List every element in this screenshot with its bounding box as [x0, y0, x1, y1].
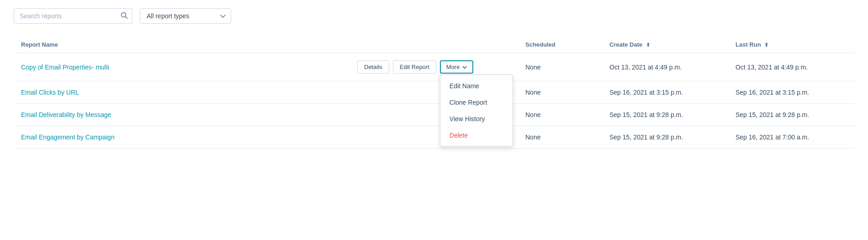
scheduled-cell: None	[518, 81, 602, 104]
scheduled-cell: None	[518, 104, 602, 126]
table-row: Email Deliverability by MessageNoneSep 1…	[14, 104, 854, 126]
more-dropdown-menu: Edit NameClone ReportView HistoryDelete	[440, 75, 513, 147]
col-header-scheduled: Scheduled	[518, 37, 602, 53]
dropdown-item-view-history[interactable]: View History	[440, 111, 513, 127]
dropdown-item-clone-report[interactable]: Clone Report	[440, 94, 513, 111]
lastrun-cell: Sep 16, 2021 at 7:00 a.m.	[728, 126, 854, 149]
report-name-link[interactable]: Email Deliverability by Message	[21, 111, 111, 118]
col-header-createdate[interactable]: Create Date ⬆	[602, 37, 728, 53]
dropdown-item-delete[interactable]: Delete	[440, 127, 513, 144]
report-name-link[interactable]: Copy of Email Properties- multi	[21, 64, 109, 71]
table-row: Email Clicks by URLNoneSep 16, 2021 at 3…	[14, 81, 854, 104]
scheduled-cell: None	[518, 126, 602, 149]
report-name-link[interactable]: Email Engagement by Campaign	[21, 133, 115, 141]
createdate-cell: Sep 15, 2021 at 9:28 p.m.	[602, 104, 728, 126]
more-chevron-icon	[462, 64, 467, 70]
edit-report-button[interactable]: Edit Report	[393, 60, 436, 74]
col-header-actions	[350, 37, 518, 53]
createdate-cell: Sep 15, 2021 at 9:28 p.m.	[602, 126, 728, 149]
filter-select-wrapper: All report typesEmailContactDealCompany	[140, 8, 231, 24]
toolbar: All report typesEmailContactDealCompany	[14, 8, 854, 24]
scheduled-cell: None	[518, 53, 602, 81]
table-row: Email Engagement by CampaignNoneSep 15, …	[14, 126, 854, 149]
createdate-sort-icon: ⬆	[646, 42, 650, 48]
more-dropdown-container: More Edit NameClone ReportView HistoryDe…	[440, 60, 474, 74]
lastrun-sort-icon: ⬆	[764, 42, 768, 48]
table-row: Copy of Email Properties- multiDetailsEd…	[14, 53, 854, 81]
lastrun-cell: Oct 13, 2021 at 4:49 p.m.	[728, 53, 854, 81]
more-label: More	[446, 64, 460, 70]
details-button[interactable]: Details	[357, 60, 389, 74]
createdate-cell: Sep 16, 2021 at 3:15 p.m.	[602, 81, 728, 104]
reports-table: Report Name Scheduled Create Date ⬆ Last…	[14, 37, 854, 149]
report-type-filter[interactable]: All report typesEmailContactDealCompany	[140, 8, 231, 24]
col-header-name: Report Name	[14, 37, 350, 53]
lastrun-cell: Sep 16, 2021 at 3:15 p.m.	[728, 81, 854, 104]
dropdown-item-edit-name[interactable]: Edit Name	[440, 78, 513, 94]
search-container	[14, 8, 132, 24]
lastrun-cell: Sep 15, 2021 at 9:28 p.m.	[728, 104, 854, 126]
col-header-lastrun[interactable]: Last Run ⬆	[728, 37, 854, 53]
action-buttons-group: DetailsEdit ReportMore Edit NameClone Re…	[357, 60, 511, 74]
report-name-link[interactable]: Email Clicks by URL	[21, 89, 79, 96]
createdate-cell: Oct 13, 2021 at 4:49 p.m.	[602, 53, 728, 81]
more-button[interactable]: More	[440, 60, 474, 74]
search-input[interactable]	[14, 8, 132, 24]
